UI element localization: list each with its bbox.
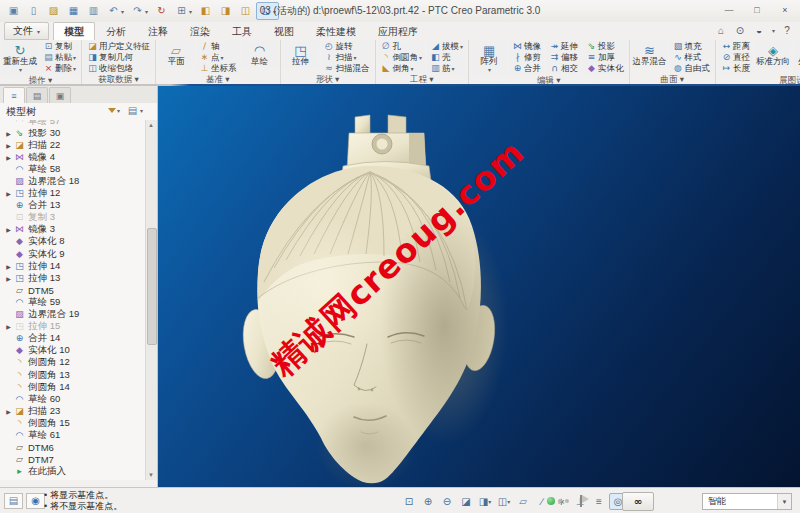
project-button[interactable]: ⇘投影 [583, 41, 627, 52]
merge-button[interactable]: ⊕合并 [509, 63, 544, 74]
extend-button[interactable]: ↠延伸 [546, 41, 581, 52]
boundary-blend-button[interactable]: ≋边界混合 [632, 41, 668, 68]
resize-window-icon[interactable]: ⌂ [714, 23, 728, 37]
trim-button[interactable]: ∤修剪 [509, 52, 544, 63]
tree-item[interactable]: ⊕合并 13 [0, 200, 146, 212]
offset-button[interactable]: ⇉偏移 [546, 52, 581, 63]
measure-diameter-button[interactable]: ⊘直径 [718, 52, 753, 63]
paste-button[interactable]: ▤粘贴▾ [40, 52, 79, 63]
undo-icon[interactable]: ↶▾ [104, 2, 127, 20]
open-file-icon[interactable]: ▨ [44, 2, 63, 20]
udf-button[interactable]: ◪用户定义特征 [84, 41, 153, 52]
repaint-icon[interactable]: ◪ [457, 493, 475, 510]
tree-item[interactable]: ◝倒圆角 15 [0, 417, 146, 429]
freestyle-button[interactable]: ◍自由式 [670, 63, 714, 74]
tree-item[interactable]: ▶◪扫描 22 [0, 139, 146, 151]
file-menu-button[interactable]: 文件 ▾ [4, 22, 49, 40]
folder-browser-tab[interactable]: ▤ [26, 87, 48, 103]
tree-item[interactable]: ▨边界混合 18 [0, 175, 146, 187]
tree-item[interactable]: ▶◳拉伸 13 [0, 272, 146, 284]
graphics-viewport[interactable]: 精诚网creoug.com [158, 86, 800, 487]
connect-icon[interactable]: ◒ [752, 23, 766, 37]
chevron-down-icon[interactable]: ▼ [777, 494, 791, 509]
tree-item[interactable]: ◠草绘 61 [0, 429, 146, 441]
favorites-tab[interactable]: ▣ [49, 87, 71, 103]
tree-item[interactable]: ▶◳拉伸 14 [0, 260, 146, 272]
regenerate-button[interactable]: ↻重新生成▾ [2, 41, 38, 75]
scroll-down-icon[interactable]: ▼ [146, 470, 156, 480]
tree-item[interactable]: ◠草绘 58 [0, 163, 146, 175]
expand-arrow-icon[interactable]: ▶ [4, 190, 13, 197]
csys-button[interactable]: ⊥坐标系 [196, 63, 240, 74]
fill-button[interactable]: ▧填充 [670, 41, 714, 52]
ribbon-group-label[interactable]: 操作 ▾ [2, 75, 79, 86]
extrude-button[interactable]: ◳拉伸 [283, 41, 319, 68]
tab-render[interactable]: 渲染 [179, 22, 221, 40]
find-button[interactable]: ∞ [622, 492, 654, 511]
copy-geometry-button[interactable]: ◨复制几何 [84, 52, 153, 63]
help-icon[interactable]: ? [780, 23, 794, 37]
ribbon-group-label[interactable]: 工程 ▾ [378, 74, 467, 85]
tree-item[interactable]: ▶◳拉伸 12 [0, 188, 146, 200]
new-file-icon[interactable]: ▯ [24, 2, 43, 20]
view-window-3-icon[interactable]: ◫ [236, 2, 255, 20]
search-icon[interactable]: ⊙ [733, 23, 747, 37]
point-button[interactable]: ∗点▾ [196, 52, 240, 63]
thicken-button[interactable]: ≡加厚 [583, 52, 627, 63]
display-style-icon[interactable]: ◨▾ [476, 493, 494, 510]
standard-orientation-button[interactable]: ◈标准方向 [755, 41, 791, 68]
tree-item[interactable]: ▱DTM6 [0, 442, 146, 454]
minimize-icon[interactable]: — [718, 2, 740, 17]
draft-button[interactable]: ◢拔模▾ [427, 41, 466, 52]
style-button[interactable]: ∿样式 [670, 52, 714, 63]
save-backup-icon[interactable]: ▥ [84, 2, 103, 20]
tree-item[interactable]: ▶◪扫描 23 [0, 405, 146, 417]
mirror-button[interactable]: ⋈镜像 [509, 41, 544, 52]
tree-item[interactable]: ▶⋈镜像 4 [0, 151, 146, 163]
sketch-button[interactable]: ◠草绘 [242, 41, 278, 68]
selection-filter[interactable]: 智能 ▼ [702, 493, 792, 510]
message-log-icon[interactable]: ▤ [4, 493, 23, 509]
save-icon[interactable]: ▦ [64, 2, 83, 20]
tree-item[interactable]: ◆实体化 9 [0, 248, 146, 260]
expand-arrow-icon[interactable]: ▶ [4, 323, 13, 330]
tree-item[interactable]: ▶◳拉伸 15 [0, 321, 146, 333]
zoom-out-icon[interactable]: ⊖ [438, 493, 456, 510]
tree-item[interactable]: ▨边界混合 19 [0, 309, 146, 321]
tree-item[interactable]: ▶⋈镜像 3 [0, 224, 146, 236]
tree-settings-icon[interactable]: ▤▾ [126, 104, 143, 117]
windows-icon[interactable]: ⊞▾ [172, 2, 195, 20]
measure-distance-button[interactable]: ↔距离 [718, 41, 753, 52]
round-button[interactable]: ◝倒圆角▾ [378, 52, 426, 63]
view-window-1-icon[interactable]: ◧ [196, 2, 215, 20]
model-tree-tab[interactable]: ≡ [3, 87, 25, 103]
shell-button[interactable]: ◧壳 [427, 52, 466, 63]
tree-item[interactable]: ▸在此插入 [0, 466, 146, 478]
zoom-fit-icon[interactable]: ⊡ [400, 493, 418, 510]
active-window-icon[interactable]: ◻▾ [256, 2, 279, 20]
web-browser-icon[interactable]: ◉ [26, 493, 45, 509]
model-head[interactable] [158, 86, 800, 487]
measure-length-button[interactable]: ↦长度 [718, 63, 753, 74]
datum-plane-button[interactable]: ▱平面 [158, 41, 194, 68]
sweep-button[interactable]: ≀扫描▾ [321, 52, 373, 63]
close-icon[interactable]: × [774, 2, 796, 17]
tab-annotate[interactable]: 注释 [137, 22, 179, 40]
tree-item[interactable]: ▱DTM7 [0, 454, 146, 466]
appearance-gallery-button[interactable]: 外观库▾ [793, 41, 800, 75]
expand-arrow-icon[interactable]: ▶ [4, 226, 13, 233]
scroll-up-icon[interactable]: ▲ [146, 120, 156, 130]
tree-scrollbar[interactable]: ▲ ▼ [145, 120, 157, 480]
pattern-button[interactable]: ▦阵列▾ [471, 41, 507, 75]
regenerate-small-icon[interactable]: ↻ [152, 2, 171, 20]
tab-model[interactable]: 模型 [53, 22, 95, 40]
tree-item[interactable]: ◆实体化 8 [0, 236, 146, 248]
maximize-icon[interactable]: □ [746, 2, 768, 17]
tab-analysis[interactable]: 分析 [95, 22, 137, 40]
tab-flexible-modeling[interactable]: 柔性建模 [305, 22, 367, 40]
tree-item[interactable]: ⊡复制 3 [0, 212, 146, 224]
solidify-button[interactable]: ◆实体化 [583, 63, 627, 74]
chamfer-button[interactable]: ◣倒角▾ [378, 63, 426, 74]
tree-item[interactable]: ▱DTM5 [0, 284, 146, 296]
ribbon-group-label[interactable]: 获取数据 ▾ [84, 74, 153, 85]
